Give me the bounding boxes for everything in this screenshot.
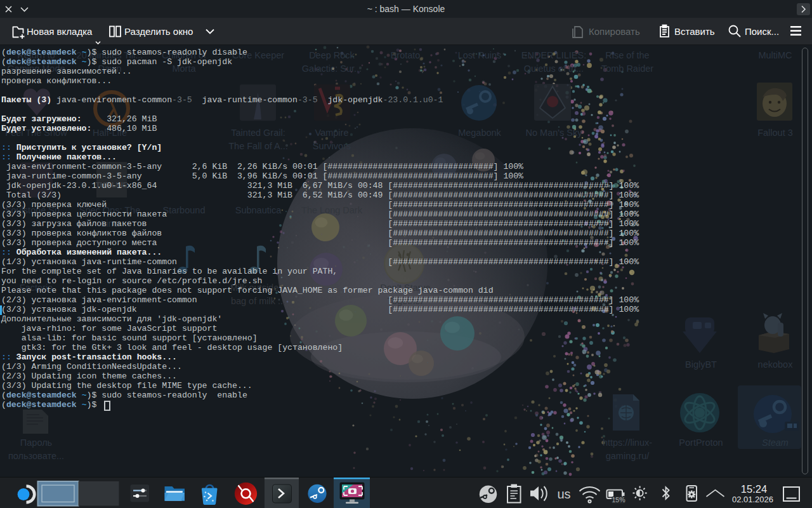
svg-text:15%: 15% [612,496,625,504]
svg-text:us: us [557,487,570,501]
svg-text:02.01.2026: 02.01.2026 [732,495,773,504]
svg-text:15:24: 15:24 [741,483,767,495]
